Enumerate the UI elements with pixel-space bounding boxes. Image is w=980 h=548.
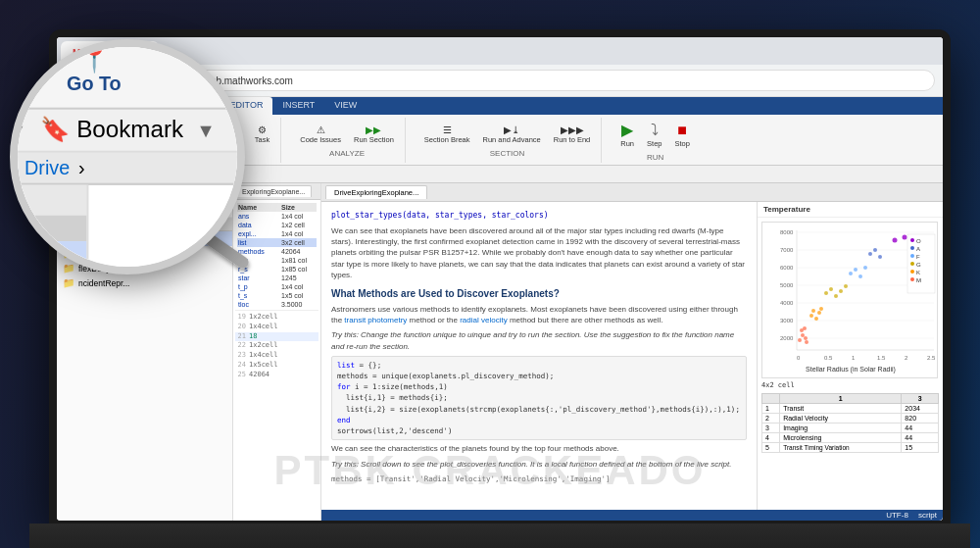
svg-text:2000: 2000	[780, 335, 794, 341]
ribbon-buttons-run: ▶ Run ⤵ Step ■ Stop	[615, 118, 695, 151]
status-bar: UTF-8 script	[321, 510, 943, 521]
ribbon-tab-view[interactable]: VIEW	[324, 97, 367, 115]
doc-text-area[interactable]: plot_star_types(data, star_types, star_c…	[321, 202, 757, 510]
col-header-1: 1	[780, 394, 902, 404]
code-line-5: list{i,2} = size(exoplanets(strcmp(exopl…	[337, 404, 741, 415]
svg-point-40	[858, 274, 862, 278]
svg-point-37	[844, 284, 848, 288]
code-lines: 191x2cell 201x4cell 2118 221x2cell 231x4…	[235, 313, 318, 380]
row-name-1: Transit	[780, 404, 902, 414]
code-area[interactable]: Name Size ans1x4 col data1x2 cell expl..…	[233, 200, 320, 521]
intro-text: We can see that exoplanets have been dis…	[331, 225, 747, 280]
run-section-icon: ▶▶	[366, 125, 381, 135]
svg-point-52	[910, 246, 914, 250]
radial-link[interactable]: radial velocity	[460, 316, 507, 324]
row-name-4: Microlensing	[780, 433, 902, 443]
address-bar[interactable]: 🔒 matlab.mathworks.com	[167, 70, 935, 91]
ribbon-btn-task[interactable]: ⚙ Task	[250, 122, 274, 147]
svg-point-41	[863, 266, 867, 270]
editor-tab-main[interactable]: ExploringExoplane...	[235, 185, 312, 197]
run-advance-icon: ▶⤓	[504, 125, 519, 135]
svg-point-58	[910, 270, 914, 274]
run-to-end-label: Run to End	[554, 135, 591, 144]
chart-area: 8000 7000 6000 5000 4000 3000 2000	[758, 218, 943, 510]
section-break-icon: ☰	[443, 125, 452, 135]
row-val-4: 44	[902, 433, 939, 443]
ribbon-btn-code-issues[interactable]: ⚠ Code Issues	[295, 122, 346, 147]
file-type-label: script	[918, 511, 937, 520]
row-num-4: 4	[762, 433, 780, 443]
run-advance-label: Run and Advance	[483, 135, 541, 144]
row-num-5: 5	[762, 443, 780, 453]
svg-point-23	[801, 333, 805, 337]
row-name-3: Imaging	[780, 423, 902, 433]
svg-text:M: M	[916, 277, 921, 283]
svg-point-30	[811, 309, 815, 313]
file-item-incident[interactable]: 📁 ncidentRepr...	[57, 275, 232, 290]
section-title: What Methods are Used to Discover Exopla…	[331, 286, 747, 301]
row-val-5: 15	[902, 443, 939, 453]
svg-text:F: F	[916, 254, 920, 260]
try-this-1: Try this: Change the function unique to …	[331, 329, 747, 351]
svg-text:0: 0	[797, 355, 801, 361]
svg-point-50	[910, 238, 914, 242]
row-num-3: 3	[762, 423, 780, 433]
ribbon-btn-run-advance[interactable]: ▶⤓ Run and Advance	[478, 122, 546, 147]
svg-text:4000: 4000	[780, 300, 794, 306]
code-line-4: list{i,1} = methods{i};	[337, 392, 741, 403]
svg-text:1.5: 1.5	[877, 355, 886, 361]
svg-point-54	[910, 254, 914, 258]
run-group-label: RUN	[647, 153, 663, 162]
row-val-2: 820	[902, 414, 939, 423]
svg-point-45	[893, 238, 898, 243]
code-line-7: sortrows(list,2,'descend')	[337, 425, 741, 436]
run-section-label: Run Section	[354, 135, 394, 144]
stop-icon: ■	[677, 122, 687, 139]
svg-point-27	[803, 326, 807, 330]
ribbon-tab-insert[interactable]: INSERT	[272, 97, 324, 115]
ribbon-btn-run[interactable]: ▶ Run	[615, 118, 639, 151]
ribbon-btn-run-section[interactable]: ▶▶ Run Section	[349, 122, 399, 147]
chart-y-label: Temperature	[763, 205, 810, 214]
svg-point-42	[868, 252, 872, 256]
task-icon: ⚙	[258, 125, 267, 135]
ribbon-btn-section-break[interactable]: ☰ Section Break	[419, 122, 475, 147]
section-break-label: Section Break	[424, 135, 470, 144]
svg-text:7000: 7000	[780, 247, 794, 253]
svg-text:2.5: 2.5	[927, 355, 936, 361]
row-num-1: 1	[762, 404, 780, 414]
ribbon-group-analyze: ⚠ Code Issues ▶▶ Run Section ANALYZE	[289, 118, 406, 163]
row-val-3: 44	[902, 423, 939, 433]
ribbon-buttons-section: ☰ Section Break ▶⤓ Run and Advance ▶▶▶	[419, 122, 595, 147]
code-issues-label: Code Issues	[300, 135, 341, 144]
ribbon-btn-stop[interactable]: ■ Stop	[669, 119, 694, 151]
section-text: Astronomers use various methods to ident…	[331, 304, 747, 325]
stop-label: Stop	[674, 139, 689, 148]
svg-point-31	[817, 311, 821, 315]
svg-point-34	[829, 287, 833, 291]
editor-tab-bar: ExploringExoplane...	[233, 183, 320, 200]
svg-point-35	[834, 294, 838, 298]
transit-link[interactable]: transit photometry	[344, 316, 407, 324]
row-num-2: 2	[762, 414, 780, 423]
row-name-2: Radial Velocity	[780, 414, 902, 423]
result-text: We can see the characteristics of the pl…	[331, 443, 747, 454]
file-list: 📁 ExploringExopla... 📁 data 📁 flexBody	[57, 231, 232, 521]
table-label: 4x2 cell	[761, 381, 939, 389]
svg-point-60	[910, 277, 914, 281]
svg-point-38	[849, 272, 853, 275]
ribbon-group-run: ▶ Run ⤵ Step ■ Stop	[610, 118, 701, 163]
code-line-3: for i = 1:size(methods,1)	[337, 381, 741, 392]
row-val-1: 2034	[902, 404, 939, 414]
svg-point-26	[805, 340, 808, 344]
svg-text:K: K	[916, 270, 920, 275]
svg-text:3000: 3000	[780, 318, 794, 324]
ribbon-group-section: ☰ Section Break ▶⤓ Run and Advance ▶▶▶	[414, 118, 602, 163]
doc-tab-main[interactable]: DriveExploringExoplane...	[325, 185, 427, 199]
row-name-5: Transit Timing Variation	[780, 443, 902, 453]
code-block[interactable]: list = {}; methods = unique(exoplanets.p…	[331, 356, 747, 441]
run-label: Run	[620, 139, 634, 148]
ribbon-btn-run-to-end[interactable]: ▶▶▶ Run to End	[549, 122, 596, 147]
ribbon-btn-step[interactable]: ⤵ Step	[642, 119, 666, 151]
goto-label[interactable]: Go To	[67, 72, 122, 93]
